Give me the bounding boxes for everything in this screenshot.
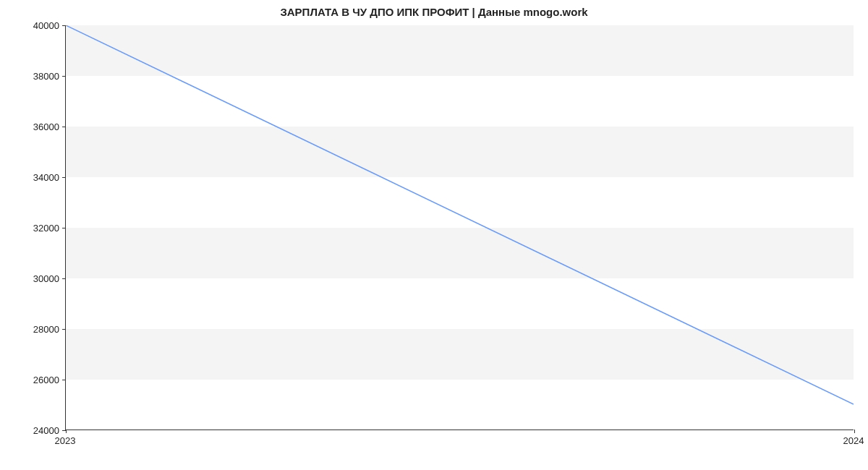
y-tick-mark — [62, 228, 66, 228]
y-tick-mark — [62, 329, 66, 330]
y-tick-mark — [62, 127, 66, 127]
y-tick-label: 24000 — [9, 425, 59, 436]
y-tick-mark — [62, 177, 66, 178]
y-tick-mark — [62, 380, 66, 380]
y-tick-label: 36000 — [9, 121, 59, 132]
y-tick-mark — [62, 76, 66, 77]
grid-band — [66, 329, 854, 380]
plot-area — [65, 25, 854, 430]
chart-title: ЗАРПЛАТА В ЧУ ДПО ИПК ПРОФИТ | Данные mn… — [0, 6, 868, 18]
y-tick-label: 28000 — [9, 324, 59, 335]
y-tick-label: 38000 — [9, 71, 59, 82]
grid-band — [66, 127, 854, 177]
y-tick-label: 32000 — [9, 223, 59, 234]
x-tick-label: 2023 — [55, 435, 76, 446]
grid-band — [66, 25, 854, 76]
y-tick-label: 34000 — [9, 172, 59, 183]
y-tick-mark — [62, 25, 66, 26]
x-tick-mark — [854, 430, 855, 433]
y-tick-mark — [62, 278, 66, 279]
grid-band — [66, 228, 854, 278]
y-tick-label: 40000 — [9, 20, 59, 31]
y-tick-label: 26000 — [9, 375, 59, 385]
x-tick-label: 2024 — [843, 435, 864, 446]
x-tick-mark — [66, 430, 67, 433]
y-tick-label: 30000 — [9, 273, 59, 284]
